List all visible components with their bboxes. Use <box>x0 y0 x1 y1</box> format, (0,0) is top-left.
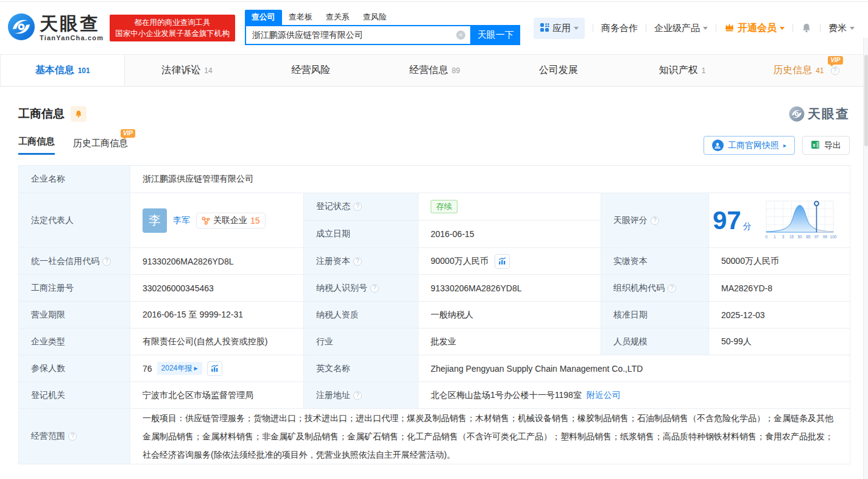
tab-operation-risk[interactable]: 经营风险 <box>249 55 373 86</box>
english-name-value: Zhejiang Pengyuan Supply Chain Managemen… <box>418 355 850 382</box>
user-menu[interactable]: 费米 <box>828 23 855 34</box>
insured-count-label: 参保人数 <box>19 355 130 382</box>
bell-icon <box>74 110 83 118</box>
help-icon[interactable] <box>68 432 77 441</box>
help-icon[interactable] <box>831 66 839 75</box>
scrollbar[interactable] <box>863 38 868 479</box>
subscribe-bell-button[interactable] <box>71 106 86 122</box>
search-tab-boss[interactable]: 查老板 <box>282 10 319 25</box>
search-tab-relation[interactable]: 查关系 <box>319 10 356 25</box>
business-scope-value: 一般项目：供应链管理服务；货物进出口；技术进出口；进出口代理；煤炭及制品销售；木… <box>130 409 850 464</box>
tab-operation-info[interactable]: 经营信息89 <box>373 55 496 86</box>
score-distribution-chart: 0 1 3 15 50 85 97 99 100 <box>763 200 837 241</box>
enterprise-product-menu[interactable]: 企业级产品 <box>654 23 708 34</box>
brand-domain: TianYanCha.com <box>40 34 104 41</box>
stamp-icon <box>712 140 724 151</box>
crown-icon <box>724 23 735 34</box>
search-input[interactable] <box>251 30 456 41</box>
staff-size-label: 人员规模 <box>601 328 709 355</box>
reg-authority-label: 登记机关 <box>19 382 130 409</box>
related-companies-badge[interactable]: 关联企业 15 <box>196 213 266 229</box>
header-nav: 应用 商务合作 企业级产品 开通会员 <box>534 18 855 39</box>
legal-rep-label: 法定代表人 <box>19 193 130 248</box>
english-name-label: 英文名称 <box>304 355 418 382</box>
tab-legal-litigation[interactable]: 法律诉讼14 <box>125 55 249 86</box>
business-cooperation-link[interactable]: 商务合作 <box>601 23 638 34</box>
search-tab-company[interactable]: 查公司 <box>245 10 282 25</box>
svg-text:15: 15 <box>789 235 794 239</box>
tab-intellectual-property[interactable]: 知识产权1 <box>620 55 744 86</box>
official-snapshot-button[interactable]: 工商官网快照 ▸ <box>704 136 795 155</box>
network-icon <box>202 216 210 225</box>
tab-company-development[interactable]: 公司发展 <box>496 55 620 86</box>
apps-menu[interactable]: 应用 <box>534 18 585 39</box>
taxpayer-id-label: 纳税人识别号 <box>304 275 418 302</box>
reg-number-label: 工商注册号 <box>19 275 130 302</box>
avatar[interactable]: 李 <box>143 208 167 233</box>
svg-text:3: 3 <box>782 235 784 239</box>
svg-text:x: x <box>813 142 816 148</box>
search-button[interactable]: 天眼一下 <box>471 25 520 45</box>
table-row: 经营范围 一般项目：供应链管理服务；货物进出口；技术进出口；进出口代理；煤炭及制… <box>19 409 850 464</box>
established-value: 2016-06-15 <box>418 221 601 248</box>
main-content: 工商信息 天眼查 工商信息 历史工商信息 VIP <box>0 105 868 464</box>
nearby-companies-link[interactable]: 附近公司 <box>587 390 621 400</box>
paid-capital-value: 50000万人民币 <box>709 248 850 275</box>
search-tab-risk[interactable]: 查风险 <box>356 10 393 25</box>
vip-badge: VIP <box>121 129 135 138</box>
reg-status-value: 存续 <box>418 193 601 221</box>
help-icon[interactable] <box>668 284 676 293</box>
svg-text:99: 99 <box>822 235 827 239</box>
help-icon[interactable] <box>370 284 379 293</box>
section-title: 工商信息 <box>18 106 65 122</box>
annual-report-badge[interactable]: 2024年报 ▸ <box>157 362 202 375</box>
table-row: 企业类型 有限责任公司(自然人投资或控股) 行业 批发业 人员规模 50-99人 <box>19 328 850 355</box>
reg-capital-label: 注册资本 <box>304 248 418 275</box>
score-value: 97 <box>713 206 741 235</box>
status-badge: 存续 <box>431 200 457 213</box>
capital-chart-button[interactable] <box>495 254 510 269</box>
company-name-label: 企业名称 <box>19 166 130 193</box>
notification-bell-button[interactable] <box>801 23 812 34</box>
legal-rep-link[interactable]: 李军 <box>173 215 190 226</box>
search-box: 查公司 查老板 查关系 查风险 天眼一下 <box>245 11 520 45</box>
insured-chart-button[interactable] <box>207 361 222 376</box>
reg-address-label: 注册地址 <box>304 382 418 409</box>
chevron-down-icon <box>703 27 708 32</box>
brand-name: 天眼查 <box>40 15 104 33</box>
help-icon[interactable] <box>353 391 362 400</box>
chevron-down-icon <box>850 27 855 32</box>
table-row: 统一社会信用代码 91330206MA2826YD8L 注册资本 90000万人… <box>19 248 850 275</box>
help-icon[interactable] <box>353 257 362 266</box>
approval-date-value: 2025-12-03 <box>709 302 850 328</box>
help-icon[interactable] <box>102 257 111 266</box>
org-code-label: 组织机构代码 <box>601 275 709 302</box>
export-button[interactable]: x 导出 <box>802 136 850 155</box>
brand-slogan: 都在用的商业查询工具 国家中小企业发展子基金旗下机构 <box>110 15 235 41</box>
company-name-value: 浙江鹏源供应链管理有限公司 <box>130 166 850 193</box>
subtab-history-business-info[interactable]: 历史工商信息 VIP <box>73 138 128 155</box>
scrollbar-thumb[interactable] <box>864 55 868 146</box>
tab-basic-info[interactable]: 基本信息101 <box>0 55 125 86</box>
credit-code-value: 91330206MA2826YD8L <box>130 248 304 275</box>
reg-capital-value: 90000万人民币 <box>418 248 601 275</box>
help-icon[interactable] <box>353 202 362 211</box>
apps-grid-icon <box>540 23 549 34</box>
divider <box>593 24 593 32</box>
open-membership-button[interactable]: 开通会员 <box>724 22 785 35</box>
chevron-down-icon <box>780 27 785 32</box>
tianyancha-logo[interactable]: 天眼查 TianYanCha.com <box>7 13 104 43</box>
insured-count-value: 76 2024年报 ▸ <box>130 355 304 382</box>
taxpayer-id-value: 91330206MA2826YD8L <box>418 275 601 302</box>
help-icon[interactable] <box>651 216 659 225</box>
subtab-business-info[interactable]: 工商信息 <box>18 136 55 155</box>
approval-date-label: 核准日期 <box>601 302 709 328</box>
tab-history-info[interactable]: 历史信息 41 VIP <box>744 55 868 86</box>
table-row: 营业期限 2016-06-15 至 9999-12-31 纳税人资质 一般纳税人… <box>19 302 850 328</box>
divider <box>716 24 716 32</box>
business-term-value: 2016-06-15 至 9999-12-31 <box>130 302 304 328</box>
clear-icon[interactable] <box>456 30 465 40</box>
svg-text:97: 97 <box>814 235 819 239</box>
credit-code-label: 统一社会信用代码 <box>19 248 130 275</box>
watermark-logo-icon <box>789 106 805 122</box>
